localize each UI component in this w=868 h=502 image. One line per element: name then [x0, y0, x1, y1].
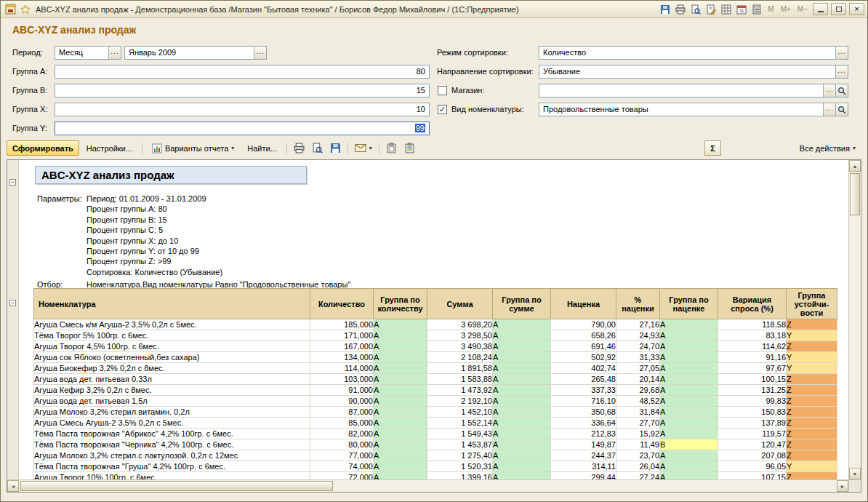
collapse-group-button[interactable]: −	[9, 179, 16, 186]
table-cell[interactable]: 26,04	[616, 461, 660, 472]
all-actions-button[interactable]: Все действия ▾	[794, 140, 861, 156]
star-icon[interactable]	[19, 3, 32, 16]
table-cell[interactable]: A	[660, 396, 718, 407]
table-cell[interactable]: 350,68	[551, 407, 616, 418]
table-cell[interactable]: 1 891,58	[427, 363, 493, 374]
table-cell[interactable]: A	[493, 429, 551, 439]
group-a-field[interactable]: 80	[55, 65, 430, 79]
table-cell[interactable]: 691,46	[551, 341, 616, 352]
table-cell[interactable]: 336,64	[551, 418, 616, 429]
table-cell[interactable]: Агуша вода дет. питьевая 1,5л	[34, 396, 310, 407]
save-icon[interactable]	[659, 3, 672, 16]
table-cell[interactable]: Y	[787, 363, 837, 374]
table-cell[interactable]: A	[493, 385, 551, 396]
edit-icon[interactable]	[704, 3, 718, 16]
table-cell[interactable]: 119,57	[718, 429, 787, 439]
table-cell[interactable]: 15,92	[616, 429, 660, 439]
table-cell[interactable]: A	[660, 418, 718, 429]
table-cell[interactable]: 91,16	[718, 352, 787, 363]
table-cell[interactable]: A	[660, 341, 718, 352]
table-cell[interactable]: Агуша Творог 10% 100гр. с 6мес.	[34, 472, 310, 480]
table-cell[interactable]: 29,68	[616, 385, 660, 396]
table-cell[interactable]: 27,24	[616, 472, 660, 480]
table-cell[interactable]: A	[374, 439, 427, 450]
table-cell[interactable]: A	[374, 396, 427, 407]
table-cell[interactable]: Агуша Кефир 3,2% 0,2л с 8мес.	[34, 385, 310, 396]
table-cell[interactable]: Z	[787, 472, 837, 480]
table-cell[interactable]: A	[660, 352, 718, 363]
table-cell[interactable]: A	[493, 472, 551, 480]
store-field[interactable]: ...	[539, 84, 848, 97]
table-cell[interactable]: Z	[787, 396, 837, 407]
table-row[interactable]: Агуша Смесь к/м Агуша-2 3,5% 0,2л с 5мес…	[34, 319, 837, 330]
table-cell[interactable]: Агуша сок Яблоко (осветленный,без сахара…	[34, 352, 310, 363]
nomenclature-checkbox[interactable]: ✓	[438, 105, 447, 114]
table-cell[interactable]: A	[374, 374, 427, 385]
table-row[interactable]: Агуша вода дет. питьевая 0,33л103,000A1 …	[34, 374, 837, 385]
find-button[interactable]: Найти...	[241, 140, 283, 156]
table-cell[interactable]: 244,37	[551, 450, 616, 461]
table-cell[interactable]: A	[660, 461, 718, 472]
title-bar[interactable]: ABC-XYZ анализ продаж - Демонстрационная…	[1, 1, 867, 18]
nomenclature-lookup-button[interactable]	[835, 103, 848, 116]
table-cell[interactable]: A	[374, 429, 427, 439]
table-cell[interactable]: A	[374, 472, 427, 480]
table-cell[interactable]: Агуша Молоко 3,2% стерил.с лактулозой. 0…	[34, 450, 310, 461]
nomenclature-field[interactable]: Продовольственные товары ...	[539, 103, 848, 116]
table-cell[interactable]: 134,000	[310, 352, 374, 363]
table-cell[interactable]: 337,33	[551, 385, 616, 396]
table-cell[interactable]: 85,000	[310, 418, 374, 429]
table-cell[interactable]: 2 192,10	[427, 396, 493, 407]
table-row[interactable]: Агуша Кефир 3,2% 0,2л с 8мес.91,000A1 47…	[34, 385, 837, 396]
table-cell[interactable]: 27,70	[616, 418, 660, 429]
table-cell[interactable]: 74,000	[310, 461, 374, 472]
toolbar-paste-button[interactable]	[401, 140, 418, 156]
table-cell[interactable]: 114,000	[310, 363, 374, 374]
memory-m-button[interactable]: М	[765, 5, 776, 13]
table-cell[interactable]: Y	[787, 330, 837, 341]
table-cell[interactable]: A	[374, 330, 427, 341]
table-cell[interactable]: Z	[787, 374, 837, 385]
table-cell[interactable]: A	[660, 385, 718, 396]
table-row[interactable]: Агуша Молоко 3,2% стерил.витамин. 0,2л87…	[34, 407, 837, 418]
table-cell[interactable]: Тёма Паста творожная "Черника" 4,2% 100г…	[34, 439, 310, 450]
print-preview-icon[interactable]	[689, 3, 702, 16]
table-cell[interactable]: 131,25	[718, 385, 787, 396]
table-row[interactable]: Агуша вода дет. питьевая 1,5л90,000A2 19…	[34, 396, 837, 407]
table-cell[interactable]: 91,000	[310, 385, 374, 396]
table-cell[interactable]: 790,00	[551, 319, 616, 330]
table-cell[interactable]: 27,16	[616, 319, 660, 330]
store-checkbox[interactable]	[438, 86, 447, 95]
table-cell[interactable]: A	[374, 352, 427, 363]
table-cell[interactable]: A	[374, 385, 427, 396]
generate-button[interactable]: Сформировать	[7, 140, 79, 156]
horizontal-scroll-thumb[interactable]	[20, 481, 333, 491]
toolbar-preview-button[interactable]	[309, 140, 326, 156]
table-cell[interactable]: 3 490,38	[427, 341, 493, 352]
table-cell[interactable]: A	[493, 396, 551, 407]
group-y-field[interactable]: 99	[55, 121, 430, 135]
calendar-icon[interactable]: 31	[735, 3, 748, 16]
period-value-field[interactable]: Январь 2009 ...	[124, 46, 267, 60]
table-cell[interactable]: 77,000	[310, 450, 374, 461]
table-cell[interactable]: A	[493, 341, 551, 352]
table-cell[interactable]: 2 108,24	[427, 352, 493, 363]
nomenclature-choose-button[interactable]: ...	[823, 103, 835, 116]
table-cell[interactable]: A	[374, 418, 427, 429]
table-cell[interactable]: 20,14	[616, 374, 660, 385]
vertical-scrollbar[interactable]: ▲ ▼	[848, 160, 861, 479]
table-row[interactable]: Агуша сок Яблоко (осветленный,без сахара…	[34, 352, 837, 363]
table-cell[interactable]: A	[660, 450, 718, 461]
table-cell[interactable]: 103,000	[310, 374, 374, 385]
table-cell[interactable]: 1 275,40	[427, 450, 493, 461]
table-cell[interactable]: A	[493, 461, 551, 472]
table-cell[interactable]: 658,26	[551, 330, 616, 341]
table-cell[interactable]: 31,84	[616, 407, 660, 418]
table-cell[interactable]: 114,62	[718, 341, 787, 352]
table-cell[interactable]: 48,52	[616, 396, 660, 407]
table-cell[interactable]: 171,000	[310, 330, 374, 341]
table-cell[interactable]: A	[493, 407, 551, 418]
sort-dir-field[interactable]: Убывание ...	[539, 65, 848, 79]
table-cell[interactable]: 502,92	[551, 352, 616, 363]
table-row[interactable]: Тёма Паста творожная "Черника" 4,2% 100г…	[34, 439, 837, 450]
